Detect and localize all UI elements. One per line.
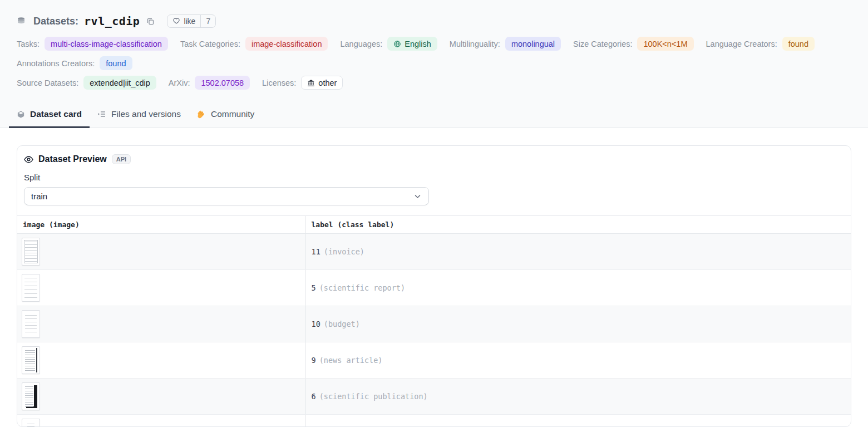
document-thumbnail — [22, 382, 40, 410]
image-cell — [17, 415, 305, 427]
image-cell — [17, 379, 305, 415]
box-icon — [17, 110, 25, 119]
tab-files-and-versions[interactable]: Files and versions — [90, 104, 189, 128]
tag-pill[interactable]: other — [301, 76, 343, 90]
tab-dataset-card[interactable]: Dataset card — [9, 104, 90, 128]
datasets-icon — [17, 17, 26, 26]
label-cell: 10(budget) — [305, 306, 851, 342]
label-value: 9 — [312, 356, 316, 365]
api-badge[interactable]: API — [112, 154, 131, 164]
tag-pill[interactable]: monolingual — [505, 37, 561, 51]
tag-group-label: Multilinguality: — [450, 40, 500, 48]
chevron-down-icon — [413, 192, 422, 200]
label-cell: 5(scientific report) — [305, 270, 851, 306]
label-cell: 11(invoice) — [305, 234, 851, 270]
globe-icon — [393, 40, 401, 48]
tag-group-label: Languages: — [340, 40, 382, 48]
table-row: 5(scientific report) — [17, 270, 851, 306]
tag-pill[interactable]: 100K<n<1M — [637, 37, 693, 51]
label-cell: 9(news article) — [305, 342, 851, 379]
hands-icon — [196, 110, 206, 119]
table-row: 9(news article) — [17, 342, 851, 379]
tag-pill[interactable]: English — [387, 37, 437, 51]
image-cell — [17, 342, 305, 379]
like-count: 7 — [200, 15, 215, 27]
tab-bar: Dataset card Files and versions Communit… — [9, 104, 851, 127]
label-value: 10 — [312, 320, 320, 328]
main-content: Dataset Preview API Split train image (i… — [0, 128, 868, 427]
tag-group-label: Size Categories: — [573, 40, 632, 48]
tag-group-label: Source Datasets: — [17, 78, 78, 87]
image-cell — [17, 270, 305, 306]
split-select-value: train — [31, 192, 47, 201]
tag-pill[interactable]: found — [100, 56, 132, 70]
heart-icon — [172, 17, 180, 25]
tag-pill[interactable]: 1502.07058 — [195, 76, 250, 90]
dataset-tags-row-2: Source Datasets: extended|iit_cdip ArXiv… — [17, 76, 851, 90]
tab-community[interactable]: Community — [189, 104, 262, 128]
label-name: (budget) — [324, 320, 360, 328]
tag-group-label: Annotations Creators: — [17, 59, 95, 68]
table-row: 11(invoice) — [17, 234, 851, 270]
label-value: 11 — [312, 247, 320, 256]
dataset-tags-row-1: Tasks: multi-class-image-classification … — [17, 37, 851, 70]
document-thumbnail — [22, 274, 40, 302]
table-row — [17, 415, 851, 427]
document-thumbnail — [22, 238, 40, 266]
column-header-label: label (class label) — [305, 216, 851, 234]
label-name: (news article) — [319, 356, 383, 365]
dataset-name: rvl_cdip — [84, 14, 140, 28]
eye-icon — [24, 155, 33, 164]
image-cell — [17, 234, 305, 270]
versions-icon — [97, 110, 106, 119]
image-cell — [17, 306, 305, 342]
label-name: (scientific publication) — [319, 392, 428, 401]
label-value: 5 — [312, 283, 316, 292]
tag-pill[interactable]: image-classification — [245, 37, 328, 51]
tag-pill[interactable]: extended|iit_cdip — [83, 76, 156, 90]
document-thumbnail — [22, 419, 40, 427]
tag-pill[interactable]: multi-class-image-classification — [45, 37, 168, 51]
page-header: Datasets: rvl_cdip like 7 Tasks: multi-c… — [0, 0, 868, 128]
preview-table: image (image) label (class label) 11(inv… — [17, 215, 851, 427]
dataset-preview-card: Dataset Preview API Split train image (i… — [17, 145, 851, 427]
section-label: Datasets: — [33, 16, 78, 27]
like-label: like — [184, 17, 195, 26]
split-label: Split — [24, 173, 844, 182]
label-value: 6 — [312, 392, 316, 401]
label-name: (scientific report) — [319, 283, 405, 292]
split-select[interactable]: train — [24, 187, 429, 205]
table-row: 10(budget) — [17, 306, 851, 342]
tag-group-label: Language Creators: — [706, 40, 777, 48]
table-header-row: image (image) label (class label) — [17, 216, 851, 234]
document-thumbnail — [22, 346, 40, 374]
bank-icon — [307, 79, 315, 87]
tag-group-label: Tasks: — [17, 40, 40, 48]
table-row: 6(scientific publication) — [17, 379, 851, 415]
label-cell — [305, 415, 851, 427]
tag-pill[interactable]: found — [782, 37, 815, 51]
like-button[interactable]: like 7 — [167, 14, 216, 28]
copy-icon[interactable] — [145, 16, 156, 27]
preview-title: Dataset Preview — [38, 154, 107, 164]
label-name: (invoice) — [324, 247, 364, 256]
column-header-image: image (image) — [17, 216, 305, 234]
title-row: Datasets: rvl_cdip like 7 — [17, 14, 851, 28]
document-thumbnail — [22, 310, 40, 338]
tag-group-label: ArXiv: — [169, 78, 190, 87]
tag-group-label: Task Categories: — [180, 40, 240, 48]
label-cell: 6(scientific publication) — [305, 379, 851, 415]
tag-group-label: Licenses: — [262, 78, 296, 87]
